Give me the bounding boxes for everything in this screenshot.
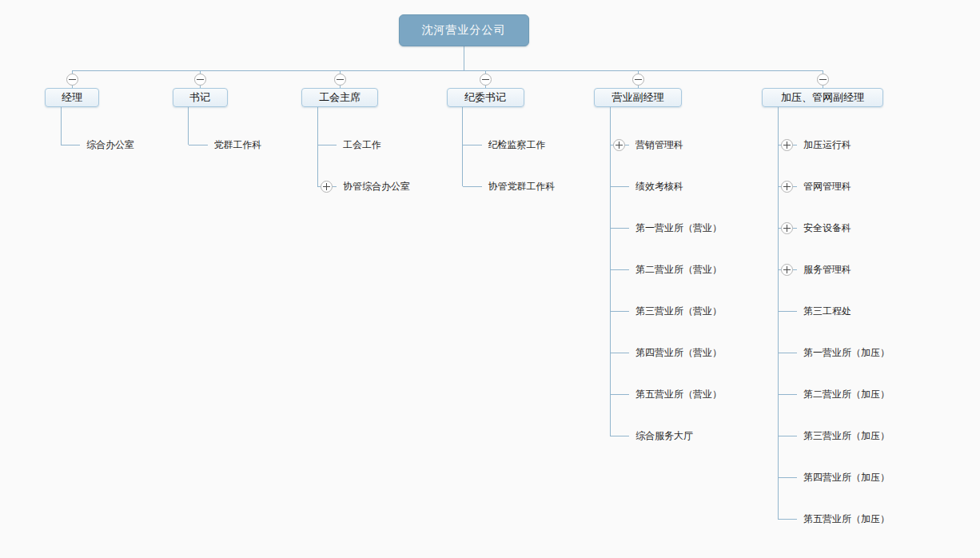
leaf-label[interactable]: 服务管理科 (803, 263, 851, 277)
leaf-label[interactable]: 第四营业所（加压） (803, 471, 890, 484)
icon-glyph-bar (619, 141, 619, 149)
collapse-icon[interactable] (194, 74, 206, 86)
leaf-label[interactable]: 党群工作科 (214, 138, 262, 152)
expand-icon[interactable] (321, 181, 333, 193)
icon-glyph-bar (337, 79, 344, 80)
org-node[interactable]: 工会主席 (301, 88, 378, 107)
leaf-label[interactable]: 第五营业所（加压） (803, 512, 890, 526)
leaf-label[interactable]: 第三工程处 (803, 305, 851, 318)
icon-glyph-bar (787, 141, 787, 149)
leaf-label[interactable]: 综合办公室 (86, 138, 134, 152)
expand-icon[interactable] (781, 181, 793, 193)
leaf-label[interactable]: 第三营业所（营业） (635, 305, 722, 318)
icon-glyph-bar (197, 79, 204, 80)
icon-glyph-bar (69, 79, 76, 80)
org-chart-canvas: 沈河营业分公司 经理综合办公室书记党群工作科工会主席工会工作协管综合办公室纪委书… (0, 0, 980, 558)
expand-icon[interactable] (781, 264, 793, 276)
collapse-icon[interactable] (66, 74, 78, 86)
leaf-label[interactable]: 协管党群工作科 (488, 180, 556, 193)
leaf-label[interactable]: 绩效考核科 (635, 180, 683, 193)
leaf-label[interactable]: 第三营业所（加压） (803, 429, 890, 443)
collapse-icon[interactable] (817, 74, 829, 86)
icon-glyph-bar (635, 79, 642, 80)
leaf-label[interactable]: 加压运行科 (803, 138, 851, 152)
leaf-label[interactable]: 第五营业所（营业） (635, 388, 722, 401)
expand-icon[interactable] (781, 139, 793, 151)
icon-glyph-bar (787, 225, 787, 232)
leaf-label[interactable]: 第二营业所（加压） (803, 388, 890, 401)
root-node[interactable]: 沈河营业分公司 (399, 14, 529, 46)
expand-icon[interactable] (781, 222, 793, 234)
leaf-label[interactable]: 第四营业所（营业） (635, 346, 722, 360)
leaf-label[interactable]: 综合服务大厅 (635, 429, 693, 443)
leaf-label[interactable]: 纪检监察工作 (488, 138, 546, 152)
leaf-label[interactable]: 工会工作 (343, 138, 381, 152)
org-node[interactable]: 经理 (45, 88, 99, 107)
icon-glyph-bar (787, 266, 787, 273)
org-node[interactable]: 加压、管网副经理 (762, 88, 883, 107)
expand-icon[interactable] (613, 139, 625, 151)
icon-glyph-bar (787, 183, 787, 190)
icon-glyph-bar (819, 79, 827, 80)
collapse-icon[interactable] (632, 74, 644, 86)
leaf-label[interactable]: 安全设备科 (803, 221, 851, 235)
org-node[interactable]: 书记 (173, 88, 228, 107)
leaf-label[interactable]: 管网管理科 (803, 180, 851, 193)
leaf-label[interactable]: 营销管理科 (635, 138, 683, 152)
leaf-label[interactable]: 第二营业所（营业） (635, 263, 722, 277)
leaf-label[interactable]: 第一营业所（加压） (803, 346, 890, 360)
collapse-icon[interactable] (334, 74, 346, 86)
collapse-icon[interactable] (480, 74, 492, 86)
icon-glyph-bar (482, 79, 489, 80)
org-node[interactable]: 纪委书记 (447, 88, 524, 107)
org-node[interactable]: 营业副经理 (594, 88, 682, 107)
leaf-label[interactable]: 第一营业所（营业） (635, 221, 722, 235)
leaf-label[interactable]: 协管综合办公室 (343, 180, 410, 193)
icon-glyph-bar (326, 183, 327, 190)
